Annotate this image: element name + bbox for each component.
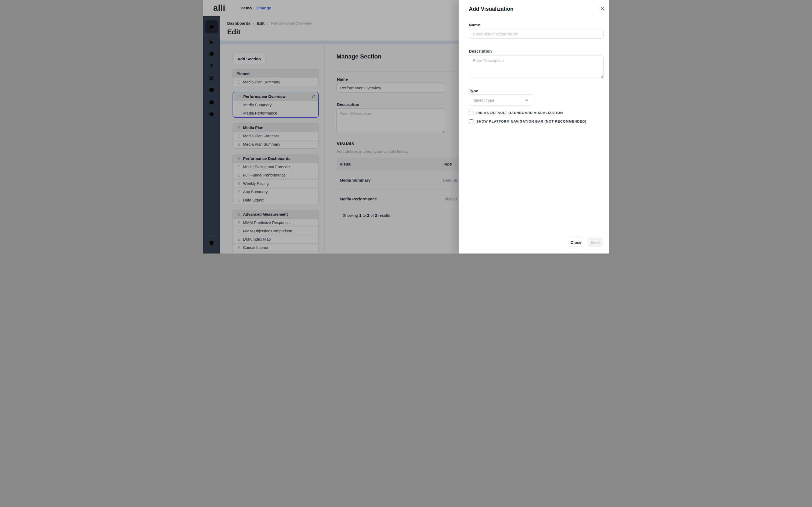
viz-type-label: Type [469, 89, 478, 93]
close-icon[interactable] [600, 6, 604, 10]
viz-type-value: Select Type [473, 98, 494, 103]
viz-name-label: Name [469, 22, 480, 27]
save-button[interactable]: Save [588, 238, 603, 247]
close-button[interactable]: Close [568, 238, 584, 247]
drawer-checkboxes: PIN AS DEFAULT DASHBOARD VISUALIZATIONSH… [469, 109, 604, 126]
viz-description-label: Description [469, 49, 492, 53]
viz-type-select[interactable]: Select Type [469, 95, 533, 106]
checkbox-label: PIN AS DEFAULT DASHBOARD VISUALIZATION [476, 111, 563, 115]
drawer-title: Add Visualization [469, 6, 513, 12]
viz-name-input[interactable] [469, 29, 604, 39]
drawer-checkbox-row[interactable]: PIN AS DEFAULT DASHBOARD VISUALIZATION [469, 109, 604, 117]
checkbox-icon[interactable] [469, 119, 473, 124]
viz-description-input[interactable] [469, 55, 604, 78]
chevron-down-icon [525, 98, 529, 102]
checkbox-label: SHOW PLATFORM NAVIGATION BAR (NOT RECOMM… [476, 120, 587, 123]
drawer-checkbox-row[interactable]: SHOW PLATFORM NAVIGATION BAR (NOT RECOMM… [469, 117, 604, 126]
add-visualization-drawer: Add Visualization Name Description Type … [459, 0, 609, 253]
checkbox-icon[interactable] [469, 111, 473, 115]
app-window: alli Demo Change Dashboards/Edit/Perform… [203, 0, 609, 253]
